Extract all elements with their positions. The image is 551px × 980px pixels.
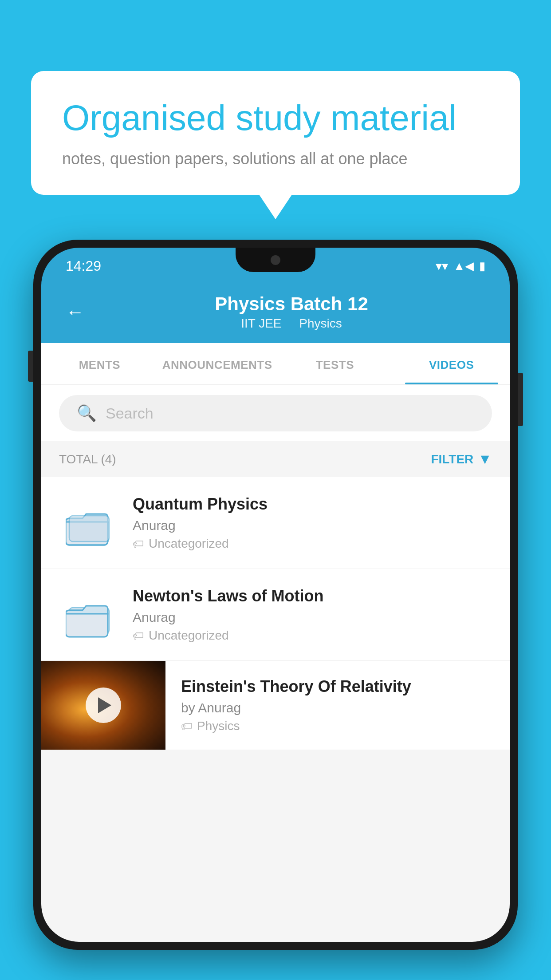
header-subtitle: IIT JEE Physics: [98, 316, 485, 331]
video-thumb-1: [59, 494, 117, 552]
play-button[interactable]: [86, 688, 121, 723]
search-input[interactable]: Search: [106, 405, 153, 422]
video-list: Quantum Physics Anurag 🏷 Uncategorized: [41, 477, 510, 750]
phone-outer: 14:29 ▾▾ ▲◀ ▮ ← Physics Batch 12 IIT JEE: [33, 240, 518, 950]
video-tag-text-2: Uncategorized: [149, 628, 229, 643]
video-title-3: Einstein's Theory Of Relativity: [181, 677, 494, 696]
video-thumbnail-3: [41, 661, 165, 750]
video-tag-1: 🏷 Uncategorized: [133, 537, 492, 551]
list-item[interactable]: Einstein's Theory Of Relativity by Anura…: [41, 661, 510, 750]
camera: [271, 255, 280, 265]
tabs-bar: MENTS ANNOUNCEMENTS TESTS VIDEOS: [41, 343, 510, 385]
folder-icon: [63, 498, 112, 547]
phone-notch: [236, 248, 315, 272]
status-icons: ▾▾ ▲◀ ▮: [436, 259, 485, 273]
bubble-title: Organised study material: [62, 98, 489, 138]
phone-screen: 14:29 ▾▾ ▲◀ ▮ ← Physics Batch 12 IIT JEE: [41, 248, 510, 942]
speech-bubble: Organised study material notes, question…: [31, 71, 520, 195]
tag-icon-2: 🏷: [133, 629, 144, 643]
play-icon: [98, 697, 111, 713]
tab-ments[interactable]: MENTS: [41, 343, 158, 384]
total-label: TOTAL (4): [59, 452, 116, 466]
bubble-subtitle: notes, question papers, solutions all at…: [62, 150, 489, 168]
video-author-1: Anurag: [133, 518, 492, 533]
tag-icon-3: 🏷: [181, 719, 193, 733]
svg-rect-2: [69, 516, 109, 541]
status-time: 14:29: [66, 258, 101, 274]
video-info-2: Newton's Laws of Motion Anurag 🏷 Uncateg…: [133, 587, 492, 643]
header-subtitle-part1: IIT JEE: [241, 316, 281, 330]
tab-videos[interactable]: VIDEOS: [393, 343, 510, 384]
header-title-block: Physics Batch 12 IIT JEE Physics: [98, 293, 485, 331]
video-tag-text-3: Physics: [197, 719, 240, 733]
search-bar[interactable]: 🔍 Search: [59, 395, 492, 431]
phone-frame: 14:29 ▾▾ ▲◀ ▮ ← Physics Batch 12 IIT JEE: [33, 240, 518, 980]
screen-content: 🔍 Search TOTAL (4) FILTER ▼: [41, 385, 510, 942]
signal-icon: ▲◀: [453, 259, 474, 273]
video-tag-3: 🏷 Physics: [181, 719, 494, 733]
tab-announcements[interactable]: ANNOUNCEMENTS: [158, 343, 277, 384]
video-info-1: Quantum Physics Anurag 🏷 Uncategorized: [133, 495, 492, 551]
side-button-right: [518, 373, 523, 426]
video-title-1: Quantum Physics: [133, 495, 492, 514]
wifi-icon: ▾▾: [436, 259, 448, 273]
speech-bubble-container: Organised study material notes, question…: [31, 71, 520, 195]
video-author-2: Anurag: [133, 610, 492, 625]
header-subtitle-part2: Physics: [299, 316, 342, 330]
battery-icon: ▮: [479, 259, 485, 273]
filter-label: FILTER: [431, 452, 473, 466]
filter-funnel-icon: ▼: [478, 451, 492, 467]
back-button[interactable]: ←: [66, 301, 84, 323]
filter-button[interactable]: FILTER ▼: [431, 451, 492, 467]
search-bar-wrap: 🔍 Search: [41, 385, 510, 441]
header-title: Physics Batch 12: [98, 293, 485, 315]
video-info-3: Einstein's Theory Of Relativity by Anura…: [165, 664, 510, 747]
video-title-2: Newton's Laws of Motion: [133, 587, 492, 605]
video-author-3: by Anurag: [181, 700, 494, 715]
video-tag-2: 🏷 Uncategorized: [133, 628, 492, 643]
app-header: ← Physics Batch 12 IIT JEE Physics: [41, 281, 510, 343]
video-tag-text-1: Uncategorized: [149, 537, 229, 551]
list-item[interactable]: Newton's Laws of Motion Anurag 🏷 Uncateg…: [41, 569, 510, 661]
tab-tests[interactable]: TESTS: [276, 343, 393, 384]
side-button-left: [28, 351, 33, 382]
filter-bar: TOTAL (4) FILTER ▼: [41, 441, 510, 477]
list-item[interactable]: Quantum Physics Anurag 🏷 Uncategorized: [41, 477, 510, 569]
search-icon: 🔍: [77, 404, 97, 423]
tag-icon-1: 🏷: [133, 537, 144, 551]
video-thumb-2: [59, 586, 117, 644]
folder-icon-2: [63, 590, 112, 639]
